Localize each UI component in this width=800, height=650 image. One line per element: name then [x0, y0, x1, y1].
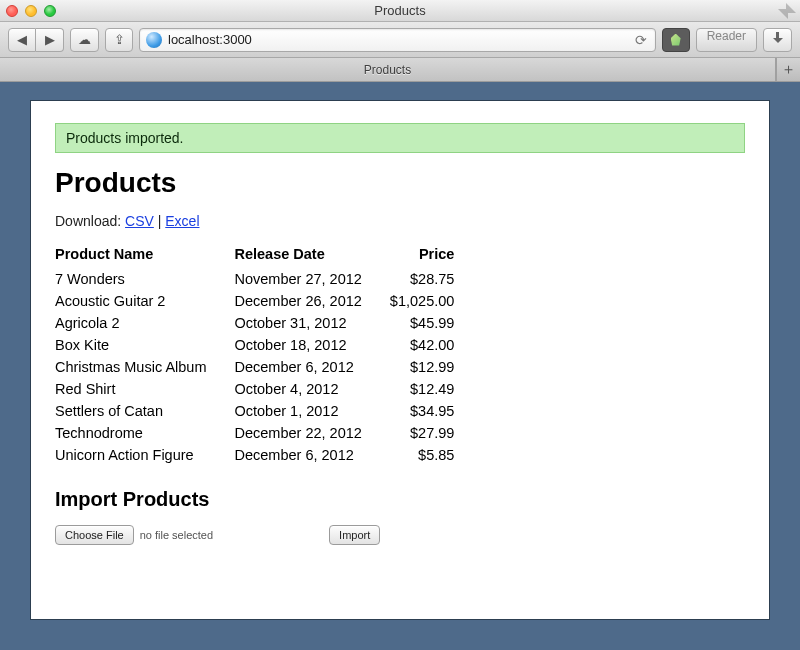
cell-date: November 27, 2012	[234, 268, 389, 290]
choose-file-button[interactable]: Choose File	[55, 525, 134, 545]
minimize-window-button[interactable]	[25, 5, 37, 17]
products-table: Product Name Release Date Price 7 Wonder…	[55, 243, 482, 466]
cell-date: October 18, 2012	[234, 334, 389, 356]
cell-name: Christmas Music Album	[55, 356, 234, 378]
cell-date: October 1, 2012	[234, 400, 389, 422]
address-bar[interactable]: ⟳	[139, 28, 656, 52]
page-viewport: Products imported. Products Download: CS…	[0, 82, 800, 650]
table-row: Settlers of CatanOctober 1, 2012$34.95	[55, 400, 482, 422]
col-date: Release Date	[234, 243, 389, 268]
site-favicon-icon	[146, 32, 162, 48]
url-input[interactable]	[168, 32, 625, 47]
cell-price: $12.49	[390, 378, 483, 400]
table-row: Christmas Music AlbumDecember 6, 2012$12…	[55, 356, 482, 378]
tab-bar: Products ＋	[0, 58, 800, 82]
share-button[interactable]: ⇪	[105, 28, 133, 52]
zoom-window-button[interactable]	[44, 5, 56, 17]
new-tab-button[interactable]: ＋	[776, 58, 800, 81]
reader-toggle-button[interactable]	[662, 28, 690, 52]
cell-name: Acoustic Guitar 2	[55, 290, 234, 312]
page-content: Products imported. Products Download: CS…	[30, 100, 770, 620]
cell-name: Settlers of Catan	[55, 400, 234, 422]
download-label: Download:	[55, 213, 121, 229]
page-title: Products	[55, 167, 745, 199]
reader-button[interactable]: Reader	[696, 28, 757, 52]
table-row: Agricola 2October 31, 2012$45.99	[55, 312, 482, 334]
table-row: Acoustic Guitar 2December 26, 2012$1,025…	[55, 290, 482, 312]
download-line: Download: CSV | Excel	[55, 213, 745, 229]
tab-label: Products	[364, 63, 411, 77]
forward-button[interactable]: ▶	[36, 28, 64, 52]
flash-notice: Products imported.	[55, 123, 745, 153]
window-titlebar: Products	[0, 0, 800, 22]
cell-price: $34.95	[390, 400, 483, 422]
table-row: Unicorn Action FigureDecember 6, 2012$5.…	[55, 444, 482, 466]
cell-name: 7 Wonders	[55, 268, 234, 290]
cell-price: $42.00	[390, 334, 483, 356]
cell-price: $5.85	[390, 444, 483, 466]
icloud-tabs-button[interactable]: ☁︎	[70, 28, 99, 52]
col-price: Price	[390, 243, 483, 268]
cell-price: $45.99	[390, 312, 483, 334]
table-row: Red ShirtOctober 4, 2012$12.49	[55, 378, 482, 400]
window-title: Products	[0, 3, 800, 18]
cell-price: $28.75	[390, 268, 483, 290]
cloud-icon: ☁︎	[78, 32, 91, 47]
browser-toolbar: ◀ ▶ ☁︎ ⇪ ⟳ Reader	[0, 22, 800, 58]
download-csv-link[interactable]: CSV	[125, 213, 154, 229]
cell-name: Technodrome	[55, 422, 234, 444]
cell-date: December 22, 2012	[234, 422, 389, 444]
col-name: Product Name	[55, 243, 234, 268]
fullscreen-icon[interactable]	[780, 5, 794, 17]
tab-products[interactable]: Products	[0, 58, 776, 81]
flash-text: Products imported.	[66, 130, 184, 146]
import-form: Choose File no file selected Import	[55, 525, 745, 545]
cell-date: October 31, 2012	[234, 312, 389, 334]
table-row: TechnodromeDecember 22, 2012$27.99	[55, 422, 482, 444]
cell-date: December 6, 2012	[234, 444, 389, 466]
cell-name: Red Shirt	[55, 378, 234, 400]
cell-date: October 4, 2012	[234, 378, 389, 400]
share-icon: ⇪	[114, 32, 125, 47]
import-submit-button[interactable]: Import	[329, 525, 380, 545]
reload-button[interactable]: ⟳	[631, 32, 651, 48]
cell-date: December 26, 2012	[234, 290, 389, 312]
downloads-button[interactable]	[763, 28, 792, 52]
table-row: Box KiteOctober 18, 2012$42.00	[55, 334, 482, 356]
cell-name: Unicorn Action Figure	[55, 444, 234, 466]
cell-price: $12.99	[390, 356, 483, 378]
cell-date: December 6, 2012	[234, 356, 389, 378]
table-header-row: Product Name Release Date Price	[55, 243, 482, 268]
file-status-text: no file selected	[140, 529, 213, 541]
cell-name: Box Kite	[55, 334, 234, 356]
download-icon	[771, 33, 784, 46]
cell-price: $1,025.00	[390, 290, 483, 312]
table-row: 7 WondersNovember 27, 2012$28.75	[55, 268, 482, 290]
back-button[interactable]: ◀	[8, 28, 36, 52]
import-title: Import Products	[55, 488, 745, 511]
close-window-button[interactable]	[6, 5, 18, 17]
cell-name: Agricola 2	[55, 312, 234, 334]
download-excel-link[interactable]: Excel	[165, 213, 199, 229]
cell-price: $27.99	[390, 422, 483, 444]
